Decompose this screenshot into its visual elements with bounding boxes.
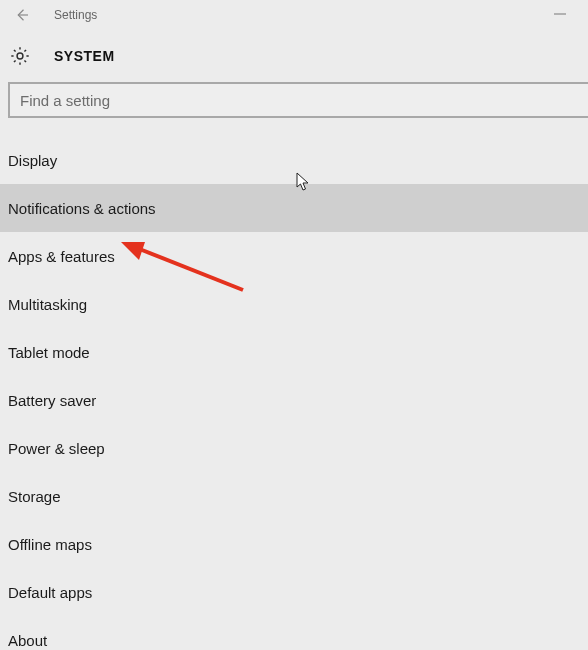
nav-item-offline-maps[interactable]: Offline maps [0,520,588,568]
nav-item-label: Offline maps [8,536,92,553]
nav-item-label: Multitasking [8,296,87,313]
nav-item-label: Power & sleep [8,440,105,457]
nav-item-apps-features[interactable]: Apps & features [0,232,588,280]
titlebar: Settings [0,0,588,30]
nav-item-default-apps[interactable]: Default apps [0,568,588,616]
nav-item-storage[interactable]: Storage [0,472,588,520]
nav-item-power-sleep[interactable]: Power & sleep [0,424,588,472]
window-title: Settings [54,8,97,22]
nav-item-about[interactable]: About [0,616,588,650]
nav-item-multitasking[interactable]: Multitasking [0,280,588,328]
gear-icon [8,44,32,68]
nav-item-display[interactable]: Display [0,136,588,184]
svg-point-1 [17,53,23,59]
section-header: SYSTEM [0,30,588,82]
back-button[interactable] [8,1,36,29]
nav-item-label: Battery saver [8,392,96,409]
nav-item-notifications-actions[interactable]: Notifications & actions [0,184,588,232]
nav-list: Display Notifications & actions Apps & f… [0,136,588,650]
nav-item-label: Storage [8,488,61,505]
nav-item-battery-saver[interactable]: Battery saver [0,376,588,424]
nav-item-label: Display [8,152,57,169]
nav-item-label: Notifications & actions [8,200,156,217]
nav-item-tablet-mode[interactable]: Tablet mode [0,328,588,376]
minimize-button[interactable] [540,7,580,24]
nav-item-label: Tablet mode [8,344,90,361]
nav-item-label: About [8,632,47,649]
section-title: SYSTEM [54,48,115,64]
search-input[interactable] [8,82,588,118]
nav-item-label: Apps & features [8,248,115,265]
nav-item-label: Default apps [8,584,92,601]
